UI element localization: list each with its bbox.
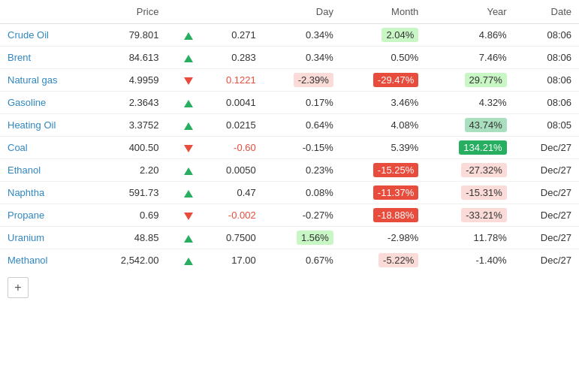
table-row: Naphtha 591.73 0.47 0.08% -11.37% -15.31… (0, 182, 579, 204)
commodity-price: 4.9959 (92, 69, 167, 92)
table-row: Propane 0.69 -0.002 -0.27% -18.88% -33.2… (0, 204, 579, 227)
commodity-date: 08:06 (514, 92, 579, 114)
commodity-name[interactable]: Propane (0, 204, 92, 227)
commodity-change-abs: 0.47 (201, 182, 264, 204)
up-arrow-icon (184, 55, 193, 62)
table-row: Heating Oil 3.3752 0.0215 0.64% 4.08% 43… (0, 114, 579, 137)
commodity-year: 29.77% (426, 69, 514, 92)
table-row: Uranium 48.85 0.7500 1.56% -2.98% 11.78%… (0, 227, 579, 249)
commodity-month: 0.50% (341, 47, 426, 69)
commodity-name[interactable]: Coal (0, 137, 92, 159)
commodity-direction (166, 182, 200, 204)
up-arrow-icon (184, 190, 193, 198)
commodity-day: 0.17% (264, 92, 341, 114)
commodity-month: 5.39% (341, 137, 426, 159)
commodity-direction (166, 47, 200, 69)
commodity-month: 2.04% (341, 24, 426, 47)
commodity-price: 2.3643 (92, 92, 167, 114)
commodity-month: -29.47% (341, 69, 426, 92)
commodities-table-container: Price Day Month Year Date Crude Oil 79.8… (0, 0, 579, 304)
commodity-month: 3.46% (341, 92, 426, 114)
up-arrow-icon (184, 167, 193, 175)
commodity-name[interactable]: Natural gas (0, 69, 92, 92)
commodity-day: 1.56% (264, 227, 341, 249)
commodity-month: -11.37% (341, 182, 426, 204)
commodity-date: Dec/27 (514, 249, 579, 272)
commodity-name[interactable]: Crude Oil (0, 24, 92, 47)
commodity-month: -2.98% (341, 227, 426, 249)
commodity-price: 400.50 (92, 137, 167, 159)
commodity-name[interactable]: Ethanol (0, 159, 92, 182)
up-arrow-icon (184, 122, 193, 130)
commodity-price: 0.69 (92, 204, 167, 227)
commodity-month: -5.22% (341, 249, 426, 272)
up-arrow-icon (184, 258, 193, 265)
commodity-day: -0.15% (264, 137, 341, 159)
commodity-direction (166, 159, 200, 182)
header-price: Price (92, 0, 167, 24)
commodity-name[interactable]: Uranium (0, 227, 92, 249)
commodity-change-abs: 17.00 (201, 249, 264, 272)
table-row: Ethanol 2.20 0.0050 0.23% -15.25% -27.32… (0, 159, 579, 182)
commodity-price: 48.85 (92, 227, 167, 249)
commodity-direction (166, 249, 200, 272)
commodity-price: 79.801 (92, 24, 167, 47)
commodity-year: 11.78% (426, 227, 514, 249)
commodity-date: Dec/27 (514, 182, 579, 204)
commodity-date: Dec/27 (514, 159, 579, 182)
commodity-date: 08:06 (514, 24, 579, 47)
commodity-day: 0.34% (264, 47, 341, 69)
commodity-name[interactable]: Brent (0, 47, 92, 69)
header-month: Month (341, 0, 426, 24)
commodity-date: Dec/27 (514, 204, 579, 227)
commodity-year: 43.74% (426, 114, 514, 137)
commodity-month: -15.25% (341, 159, 426, 182)
down-arrow-icon (184, 213, 193, 220)
header-arrow (166, 0, 200, 24)
commodity-day: 0.08% (264, 182, 341, 204)
commodity-price: 2.20 (92, 159, 167, 182)
commodity-price: 3.3752 (92, 114, 167, 137)
commodity-change-abs: -0.60 (201, 137, 264, 159)
commodity-change-abs: 0.0050 (201, 159, 264, 182)
commodity-change-abs: 0.1221 (201, 69, 264, 92)
header-change (201, 0, 264, 24)
header-date: Date (514, 0, 579, 24)
commodity-change-abs: 0.0215 (201, 114, 264, 137)
down-arrow-icon (184, 145, 193, 152)
commodity-year: -1.40% (426, 249, 514, 272)
commodity-year: -15.31% (426, 182, 514, 204)
commodity-direction (166, 69, 200, 92)
commodity-year: 134.21% (426, 137, 514, 159)
commodity-direction (166, 204, 200, 227)
header-year: Year (426, 0, 514, 24)
table-row: Brent 84.613 0.283 0.34% 0.50% 7.46% 08:… (0, 47, 579, 69)
commodity-name[interactable]: Naphtha (0, 182, 92, 204)
commodity-year: -33.21% (426, 204, 514, 227)
commodity-day: -0.27% (264, 204, 341, 227)
commodity-date: Dec/27 (514, 137, 579, 159)
commodity-year: -27.32% (426, 159, 514, 182)
commodity-direction (166, 92, 200, 114)
table-row: Crude Oil 79.801 0.271 0.34% 2.04% 4.86%… (0, 24, 579, 47)
commodity-name[interactable]: Heating Oil (0, 114, 92, 137)
add-row-button[interactable]: + (8, 277, 29, 298)
commodity-direction (166, 114, 200, 137)
commodity-direction (166, 137, 200, 159)
commodity-name[interactable]: Methanol (0, 249, 92, 272)
commodity-day: 0.34% (264, 24, 341, 47)
table-row: Coal 400.50 -0.60 -0.15% 5.39% 134.21% D… (0, 137, 579, 159)
header-name (0, 0, 92, 24)
commodity-price: 84.613 (92, 47, 167, 69)
commodity-direction (166, 227, 200, 249)
commodity-date: 08:05 (514, 114, 579, 137)
commodity-change-abs: 0.0041 (201, 92, 264, 114)
table-row: Natural gas 4.9959 0.1221 -2.39% -29.47%… (0, 69, 579, 92)
commodity-change-abs: 0.7500 (201, 227, 264, 249)
commodity-date: 08:06 (514, 69, 579, 92)
commodity-direction (166, 24, 200, 47)
commodity-change-abs: 0.283 (201, 47, 264, 69)
up-arrow-icon (184, 100, 193, 107)
commodity-name[interactable]: Gasoline (0, 92, 92, 114)
commodity-month: -18.88% (341, 204, 426, 227)
